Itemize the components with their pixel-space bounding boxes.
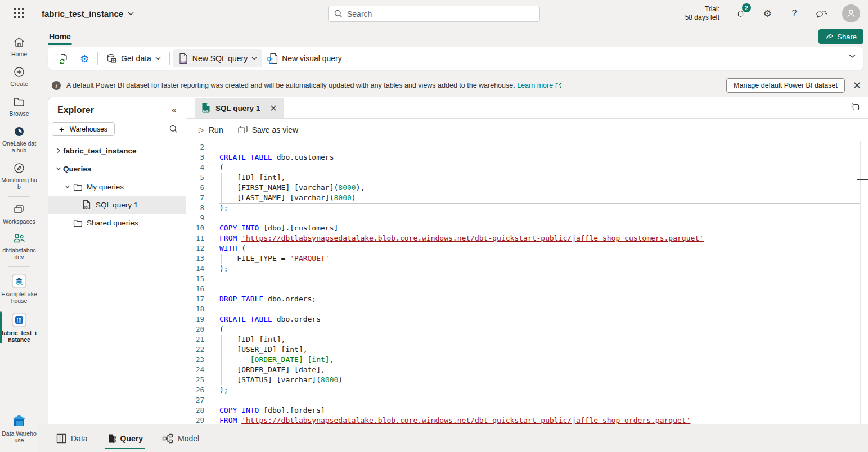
new-warehouse-button[interactable]: + Warehouses (52, 122, 115, 136)
code-line-17[interactable]: 17DROP TABLE dbo.orders; (186, 294, 860, 304)
results-splitter-handle[interactable] (857, 179, 868, 180)
chevron-down-icon[interactable] (63, 184, 72, 189)
line-number: 6 (186, 183, 204, 193)
run-button[interactable]: ▷ Run (199, 125, 223, 134)
query-tab-strip: SQL SQL query 1 ✕ (186, 97, 868, 119)
code-line-text: [FIRST_NAME] [varchar](8000), (219, 183, 860, 193)
code-line-23[interactable]: 23 -- [ORDER_DATE] [int], (186, 355, 860, 365)
tree-item-my-queries[interactable]: My queries (48, 178, 186, 196)
refresh-source-button[interactable] (53, 49, 75, 67)
code-line-4[interactable]: 4( (186, 162, 860, 173)
search-input[interactable] (347, 10, 534, 19)
code-line-15[interactable]: 15 (186, 274, 860, 284)
app-launcher-button[interactable] (0, 8, 38, 19)
plus-icon: + (59, 124, 64, 134)
nav-item-browse[interactable]: Browse (0, 91, 38, 121)
line-number: 16 (186, 284, 204, 294)
code-line-21[interactable]: 21 [ID] [int], (186, 335, 860, 345)
nav-item-home[interactable]: Home (0, 31, 38, 61)
code-line-25[interactable]: 25 [STATUS] [varchar](8000) (186, 375, 860, 385)
tree-item-fabric-test-instance[interactable]: fabric_test_instance (48, 142, 186, 160)
workspace-title: fabric_test_instance (42, 9, 123, 19)
notifications-button[interactable]: 2 (734, 7, 746, 20)
tree-item-sql-query-1[interactable]: SQLSQL query 1 (48, 196, 186, 214)
code-line-2[interactable]: 2 (186, 142, 860, 152)
code-line-24[interactable]: 24 [ORDER_DATE] [date], (186, 365, 860, 375)
code-line-18[interactable]: 18 (186, 304, 860, 314)
share-button[interactable]: Share (818, 29, 863, 44)
account-avatar[interactable] (842, 4, 860, 22)
code-line-text: ( (219, 324, 860, 335)
feedback-icon (816, 9, 827, 18)
code-line-29[interactable]: 29FROM 'https://dbtlabsynapsedatalake.bl… (186, 415, 860, 424)
tree-item-shared-queries[interactable]: Shared queries (48, 214, 186, 232)
chevron-down-icon[interactable] (54, 166, 63, 171)
manage-dataset-button[interactable]: Manage default Power BI dataset (726, 78, 845, 93)
code-line-11[interactable]: 11FROM 'https://dbtlabsynapsedatalake.bl… (186, 233, 860, 243)
code-line-8[interactable]: 8); (186, 203, 860, 213)
global-search[interactable] (328, 6, 540, 22)
chevron-down-icon (251, 57, 257, 60)
explorer-search-icon[interactable] (169, 125, 178, 133)
collapse-ribbon-button[interactable] (849, 54, 856, 58)
feedback-button[interactable] (815, 7, 827, 20)
nav-item-data-warehouse[interactable]: Data Warehouse (0, 410, 38, 448)
bottom-tab-query[interactable]: Query (107, 424, 143, 452)
nav-item-onelake-data-hub[interactable]: OneLake data hub (0, 121, 38, 157)
new-visual-query-button[interactable]: New visual query (262, 49, 347, 67)
nav-item-dbtlabsfabricdev[interactable]: dbtlabsfabricdev (0, 229, 38, 264)
nav-item-create[interactable]: Create (0, 61, 38, 91)
code-line-6[interactable]: 6 [FIRST_NAME] [varchar](8000), (186, 183, 860, 193)
copy-icon[interactable] (851, 102, 860, 111)
line-number: 7 (186, 193, 204, 203)
close-tab-icon[interactable]: ✕ (269, 103, 277, 114)
code-line-7[interactable]: 7 [LAST_NAME] [varchar](8000) (186, 193, 860, 203)
code-line-13[interactable]: 13 FILE_TYPE = 'PARQUET' (186, 254, 860, 264)
editor-scrollbar[interactable] (860, 141, 868, 424)
left-nav-rail: Home Create Browse OneLake data hub Moni… (0, 27, 38, 452)
collapse-explorer-button[interactable]: « (172, 105, 177, 115)
nav-item-examplelakehouse[interactable]: ExampleLakehouse (0, 269, 38, 308)
code-line-10[interactable]: 10COPY INTO [dbo].[customers] (186, 223, 860, 233)
gear-blue-icon: ⚙ (80, 53, 89, 65)
code-line-12[interactable]: 12WITH ( (186, 243, 860, 254)
create-icon (12, 65, 26, 79)
tree-item-label: fabric_test_instance (63, 147, 137, 155)
nav-item-fabric-test-instance[interactable]: fabric_test_instance (0, 308, 38, 347)
search-icon (334, 10, 343, 18)
code-line-text (219, 284, 860, 294)
code-line-14[interactable]: 14); (186, 264, 860, 274)
bottom-tab-model[interactable]: Model (162, 424, 199, 452)
code-line-3[interactable]: 3CREATE TABLE dbo.customers (186, 152, 860, 162)
code-line-26[interactable]: 26); (186, 385, 860, 395)
settings-button[interactable]: ⚙ (761, 7, 773, 20)
chevron-down-icon (155, 57, 161, 60)
query-tab-sql-query-1[interactable]: SQL SQL query 1 ✕ (195, 98, 284, 118)
learn-more-link[interactable]: Learn more (517, 82, 553, 89)
nav-item-monitoring-hub[interactable]: Monitoring hub (0, 157, 38, 194)
bottom-tab-data[interactable]: Data (56, 424, 88, 452)
code-line-5[interactable]: 5 [ID] [int], (186, 173, 860, 183)
line-number: 26 (186, 385, 204, 395)
new-sql-query-button[interactable]: SQL New SQL query (173, 49, 262, 67)
code-line-16[interactable]: 16 (186, 284, 860, 294)
warehouse-settings-button[interactable]: ⚙ (75, 49, 94, 68)
sql-code-editor[interactable]: 23CREATE TABLE dbo.customers4(5 [ID] [in… (186, 141, 860, 424)
code-line-28[interactable]: 28COPY INTO [dbo].[orders] (186, 405, 860, 415)
code-line-text: ( (219, 162, 860, 173)
help-button[interactable]: ? (788, 7, 800, 20)
tab-home[interactable]: Home (48, 30, 72, 43)
code-line-22[interactable]: 22 [USER_ID] [int], (186, 345, 860, 355)
share-icon (825, 33, 834, 40)
save-as-view-button[interactable]: Save as view (238, 125, 298, 134)
code-line-19[interactable]: 19CREATE TABLE dbo.orders (186, 314, 860, 324)
code-line-27[interactable]: 27 (186, 395, 860, 405)
tree-item-queries[interactable]: Queries (48, 160, 186, 178)
nav-item-workspaces[interactable]: Workspaces (0, 199, 38, 229)
code-line-20[interactable]: 20( (186, 324, 860, 335)
workspace-title-dropdown[interactable]: fabric_test_instance (42, 9, 134, 19)
get-data-button[interactable]: Get data (101, 50, 166, 67)
code-line-9[interactable]: 9 (186, 213, 860, 223)
banner-close-icon[interactable]: ✕ (853, 80, 861, 91)
chevron-right-icon[interactable] (54, 148, 63, 153)
